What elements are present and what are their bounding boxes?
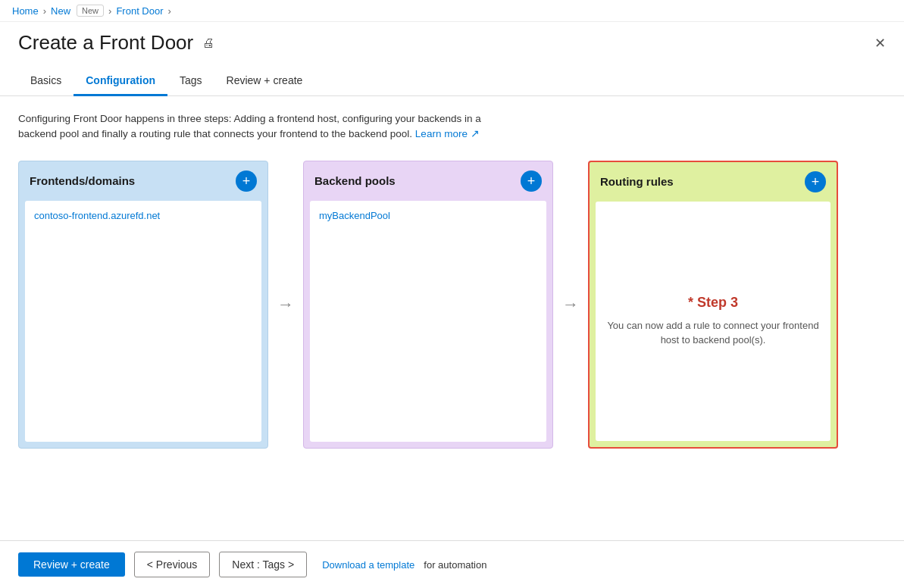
- bottom-bar: Review + create < Previous Next : Tags >…: [0, 540, 904, 588]
- title-area: Create a Front Door 🖨: [18, 31, 214, 55]
- breadcrumb-new[interactable]: New: [51, 5, 70, 17]
- download-template-text: for automation: [424, 559, 486, 571]
- learn-more-link[interactable]: Learn more ↗: [415, 128, 480, 139]
- backend-panel-title: Backend pools: [314, 174, 396, 187]
- tab-basics[interactable]: Basics: [18, 67, 74, 96]
- frontends-panel-title: Frontends/domains: [30, 174, 135, 187]
- new-badge: New: [77, 5, 104, 17]
- backend-item[interactable]: myBackendPool: [319, 210, 537, 221]
- previous-button[interactable]: < Previous: [134, 552, 211, 577]
- arrow-2: →: [553, 161, 588, 449]
- backend-panel-body: myBackendPool: [310, 201, 546, 442]
- frontend-panel-wrapper: Frontends/domains + contoso-frontend.azu…: [18, 161, 268, 449]
- tabs: Basics Configuration Tags Review + creat…: [0, 67, 904, 96]
- print-icon[interactable]: 🖨: [202, 36, 214, 50]
- breadcrumb-sep3: ›: [168, 5, 171, 17]
- routing-panel-body: * Step 3 You can now add a rule to conne…: [596, 202, 830, 441]
- add-frontend-button[interactable]: +: [236, 170, 257, 192]
- review-create-button[interactable]: Review + create: [18, 552, 125, 577]
- close-icon[interactable]: ✕: [874, 35, 886, 52]
- next-tags-button[interactable]: Next : Tags >: [219, 552, 307, 577]
- breadcrumb-home[interactable]: Home: [12, 5, 39, 17]
- arrow-1: →: [268, 161, 303, 449]
- breadcrumb-sep2: ›: [108, 5, 111, 17]
- description: Configuring Front Door happens in three …: [0, 96, 515, 149]
- page-wrapper: Home › New New › Front Door › Create a F…: [0, 0, 904, 588]
- breadcrumb-frontdoor[interactable]: Front Door: [116, 5, 163, 17]
- routing-panel-wrapper: Routing rules + * Step 3 You can now add…: [588, 161, 838, 449]
- routing-panel-header: Routing rules +: [590, 162, 837, 202]
- add-backend-button[interactable]: +: [521, 170, 542, 192]
- backend-panel-wrapper: Backend pools + myBackendPool: [303, 161, 553, 449]
- backend-panel: Backend pools + myBackendPool: [303, 161, 553, 449]
- page-header: Create a Front Door 🖨 ✕: [0, 22, 904, 58]
- backend-panel-header: Backend pools +: [304, 161, 552, 201]
- step-3-desc: You can now add a rule to connect your f…: [605, 318, 821, 348]
- tab-review-create[interactable]: Review + create: [214, 67, 315, 96]
- frontends-panel: Frontends/domains + contoso-frontend.azu…: [18, 161, 268, 449]
- tab-configuration[interactable]: Configuration: [74, 67, 167, 96]
- frontends-panel-header: Frontends/domains +: [19, 161, 267, 201]
- page-title: Create a Front Door: [18, 31, 193, 55]
- tab-tags[interactable]: Tags: [167, 67, 214, 96]
- download-template-link[interactable]: Download a template: [322, 559, 414, 571]
- top-bar: Home › New New › Front Door ›: [0, 0, 904, 22]
- step-3-label: * Step 3: [688, 295, 738, 311]
- breadcrumb-sep1: ›: [43, 5, 46, 17]
- frontends-panel-body: contoso-frontend.azurefd.net: [25, 201, 261, 442]
- frontend-item[interactable]: contoso-frontend.azurefd.net: [34, 210, 252, 221]
- routing-panel: Routing rules + * Step 3 You can now add…: [588, 161, 838, 449]
- breadcrumb: Home › New New › Front Door ›: [12, 5, 171, 17]
- panels-container: Frontends/domains + contoso-frontend.azu…: [0, 149, 904, 461]
- routing-panel-title: Routing rules: [600, 175, 674, 188]
- add-routing-button[interactable]: +: [805, 171, 826, 192]
